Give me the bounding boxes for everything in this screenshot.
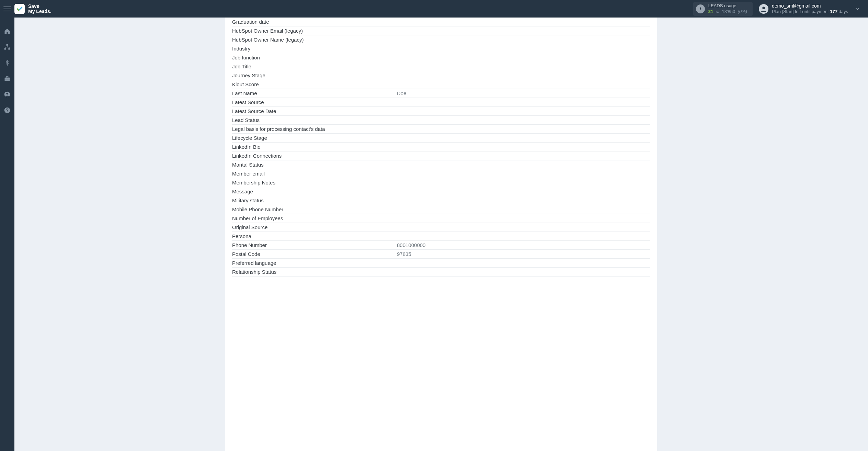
brand-line1: Save: [28, 4, 52, 9]
usage-title: LEADS usage:: [708, 3, 747, 9]
sidebar-item-billing[interactable]: [3, 59, 11, 67]
field-label: Lead Status: [232, 117, 397, 123]
field-row: Job function: [232, 53, 650, 62]
field-label: LinkedIn Bio: [232, 144, 397, 150]
briefcase-icon: [4, 75, 11, 82]
field-label: Lifecycle Stage: [232, 135, 397, 141]
field-label: Preferred language: [232, 260, 397, 266]
account-info[interactable]: demo_sml@gmail.com Plan |Start| left unt…: [759, 3, 848, 15]
user-icon: [760, 5, 767, 13]
field-label: Number of Employees: [232, 215, 397, 221]
field-row: Lead Status: [232, 116, 650, 125]
field-row: Industry: [232, 44, 650, 53]
field-row: Lifecycle Stage: [232, 134, 650, 143]
field-row: LinkedIn Bio: [232, 143, 650, 151]
field-row: Journey Stage: [232, 71, 650, 80]
field-row: Message: [232, 187, 650, 196]
sidebar-item-briefcase[interactable]: [3, 75, 11, 83]
field-row: Membership Notes: [232, 178, 650, 187]
check-icon: [16, 5, 23, 12]
topbar: Save My Leads. i LEADS usage: 21 of 13'8…: [0, 0, 868, 18]
field-label: HubSpot Owner Name (legacy): [232, 37, 397, 43]
field-label: Journey Stage: [232, 72, 397, 78]
field-row: Last NameDoe: [232, 89, 650, 98]
field-label: Job function: [232, 55, 397, 60]
field-row: Postal Code97835: [232, 250, 650, 259]
field-row: Relationship Status: [232, 268, 650, 277]
account-dropdown-toggle[interactable]: [854, 6, 860, 12]
field-label: Graduation date: [232, 19, 397, 25]
field-label: Military status: [232, 198, 397, 203]
field-value: Doe: [397, 90, 650, 96]
field-label: Persona: [232, 233, 397, 239]
field-row: Phone Number8001000000: [232, 241, 650, 250]
usage-of: of: [715, 9, 721, 14]
usage-card[interactable]: i LEADS usage: 21 of 13'850 (0%): [693, 2, 753, 16]
svg-point-10: [7, 112, 8, 112]
field-row: Military status: [232, 196, 650, 205]
field-row: Marital Status: [232, 160, 650, 169]
svg-rect-2: [7, 44, 8, 46]
field-label: Message: [232, 189, 397, 194]
field-label: Membership Notes: [232, 180, 397, 185]
field-row: Job Title: [232, 62, 650, 71]
account-email: demo_sml@gmail.com: [772, 3, 848, 9]
brand-line2: My Leads.: [28, 9, 52, 14]
sidebar-item-connections[interactable]: [3, 43, 11, 51]
usage-lines: LEADS usage: 21 of 13'850 (0%): [708, 3, 747, 14]
field-row: HubSpot Owner Name (legacy): [232, 35, 650, 44]
topbar-left: Save My Leads.: [0, 4, 52, 14]
svg-point-8: [6, 93, 8, 94]
field-row: Persona: [232, 232, 650, 241]
usage-numbers: 21 of 13'850 (0%): [708, 9, 747, 14]
dollar-icon: [4, 60, 10, 66]
field-row: Graduation date: [232, 18, 650, 26]
content-area[interactable]: Graduation dateHubSpot Owner Email (lega…: [14, 18, 868, 451]
field-value: 8001000000: [397, 242, 650, 248]
field-row: LinkedIn Connections: [232, 151, 650, 160]
field-label: Postal Code: [232, 251, 397, 257]
brand-logo[interactable]: [14, 4, 25, 14]
field-row: Original Source: [232, 223, 650, 232]
field-label: Job Title: [232, 64, 397, 69]
field-label: Klout Score: [232, 81, 397, 87]
fields-panel: Graduation dateHubSpot Owner Email (lega…: [225, 18, 657, 451]
field-label: HubSpot Owner Email (legacy): [232, 28, 397, 34]
field-table: Graduation dateHubSpot Owner Email (lega…: [232, 18, 650, 277]
field-row: Member email: [232, 169, 650, 178]
chevron-down-icon: [855, 6, 860, 12]
field-label: Mobile Phone Number: [232, 206, 397, 212]
help-icon: [4, 107, 11, 114]
sidebar-item-profile[interactable]: [3, 90, 11, 99]
sitemap-icon: [4, 44, 11, 50]
field-row: Legal basis for processing contact's dat…: [232, 125, 650, 134]
field-row: Number of Employees: [232, 214, 650, 223]
field-label: Industry: [232, 46, 397, 52]
svg-rect-4: [8, 48, 10, 49]
field-label: Phone Number: [232, 242, 397, 248]
plan-days-word: days: [837, 9, 848, 14]
menu-toggle-button[interactable]: [3, 5, 11, 13]
field-row: Klout Score: [232, 80, 650, 89]
field-value: 97835: [397, 251, 650, 257]
home-icon: [4, 28, 11, 35]
svg-rect-6: [5, 79, 10, 79]
sidebar: [0, 18, 14, 451]
field-label: Latest Source Date: [232, 108, 397, 114]
usage-total: 13'850: [722, 9, 735, 14]
account-lines: demo_sml@gmail.com Plan |Start| left unt…: [772, 3, 848, 15]
sidebar-item-help[interactable]: [3, 106, 11, 114]
field-label: Relationship Status: [232, 269, 397, 275]
svg-rect-3: [4, 48, 6, 49]
field-row: Preferred language: [232, 259, 650, 268]
field-label: Original Source: [232, 224, 397, 230]
sidebar-item-home[interactable]: [3, 27, 11, 35]
avatar: [759, 4, 768, 14]
field-row: Latest Source: [232, 98, 650, 107]
field-row: HubSpot Owner Email (legacy): [232, 26, 650, 35]
plan-prefix: Plan |Start| left until payment: [772, 9, 830, 14]
usage-percent: (0%): [736, 9, 747, 14]
topbar-right: i LEADS usage: 21 of 13'850 (0%): [693, 2, 868, 16]
user-circle-icon: [4, 91, 11, 98]
svg-point-1: [762, 7, 765, 9]
